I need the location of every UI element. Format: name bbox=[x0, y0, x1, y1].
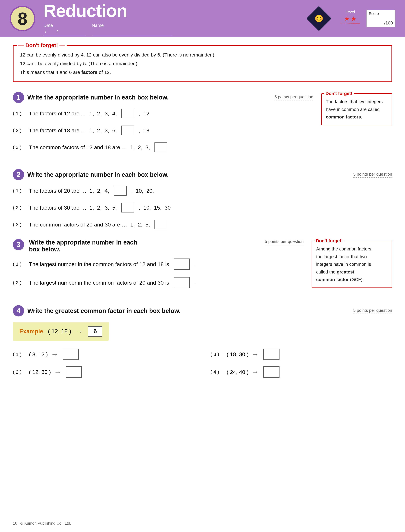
s4q1-answer-box[interactable] bbox=[63, 349, 79, 360]
section-4: 4 Write the greatest common factor in ea… bbox=[13, 305, 392, 378]
q2-answer-box[interactable] bbox=[121, 126, 134, 135]
example-pair: ( 12, 18 ) bbox=[48, 328, 71, 335]
section4-questions-grid: ( 1 ) ( 8, 12 ) → ( 3 ) ( 18, 30 ) → ( 2… bbox=[13, 349, 392, 378]
date-field-group: Date / / bbox=[43, 23, 85, 35]
section2-number: 2 bbox=[13, 169, 24, 180]
score-bottom: / 100 bbox=[369, 16, 393, 26]
example-answer: 6 bbox=[88, 326, 102, 337]
section3-header-row: 3 Write the appropriate number in each b… bbox=[13, 239, 304, 253]
section2-q1: ( 1 ) The factors of 20 are … 1, 2, 4, ,… bbox=[13, 186, 392, 196]
s4q2-answer-box[interactable] bbox=[66, 366, 82, 378]
q2-text: The factors of 18 are … 1, 2, 3, 6, bbox=[29, 126, 117, 135]
section3-title-sub: box below. bbox=[29, 246, 260, 253]
s3q1-answer-box[interactable] bbox=[174, 259, 190, 270]
section3-sidebar: Don't forget! Among the common factors, … bbox=[312, 241, 392, 288]
s4q2-row: ( 2 ) ( 12, 30 ) → bbox=[13, 366, 195, 378]
date-name-row: Date / / Name bbox=[43, 23, 304, 35]
section2-header: 2 Write the appropriate number in each b… bbox=[13, 169, 392, 180]
dont-forget-line2: 12 can't be evenly divided by 5. (There … bbox=[20, 59, 385, 68]
s4q4-row: ( 4 ) ( 24, 40 ) → bbox=[211, 366, 392, 378]
page-number: 16 bbox=[13, 521, 17, 525]
main-content: Don't forget! 12 can be evenly divided b… bbox=[0, 37, 405, 395]
footer: 16 © Kumon Publishing Co., Ltd. bbox=[13, 521, 71, 525]
section3-q2: ( 2 ) The largest number in the common f… bbox=[13, 277, 304, 288]
section-2: 2 Write the appropriate number in each b… bbox=[13, 169, 392, 229]
section3-sidebar-text: Among the common factors, the largest fa… bbox=[316, 245, 388, 283]
name-label: Name bbox=[92, 23, 172, 28]
section1-header: 1 Write the appropriate number in each b… bbox=[13, 92, 313, 103]
s4q3-pair: ( 18, 30 ) bbox=[227, 350, 249, 358]
section4-header: 4 Write the greatest common factor in ea… bbox=[13, 305, 392, 316]
q1-num: ( 1 ) bbox=[13, 111, 26, 116]
section1-sidebar-text: The factors that two integers have in co… bbox=[326, 98, 388, 121]
section1-sidebar-title: Don't forget! bbox=[324, 91, 354, 96]
section4-number: 4 bbox=[13, 305, 24, 316]
q2-num: ( 2 ) bbox=[13, 128, 26, 133]
star-1: ★ bbox=[344, 15, 350, 22]
s2q3-answer-box[interactable] bbox=[155, 220, 167, 229]
lesson-number: 8 bbox=[10, 6, 35, 31]
q1-text: The factors of 12 are … 1, 2, 3, 4, bbox=[29, 109, 117, 118]
score-denom: 100 bbox=[385, 20, 393, 26]
section1-q1: ( 1 ) The factors of 12 are … 1, 2, 3, 4… bbox=[13, 109, 313, 118]
section3-points: 5 points per question bbox=[265, 239, 304, 245]
section1-points: 5 points per question bbox=[275, 95, 313, 101]
level-box: Level ★ ★ bbox=[341, 10, 360, 23]
star-dots bbox=[341, 23, 360, 23]
section3-main: 3 Write the appropriate number in each b… bbox=[13, 239, 304, 295]
q3-num: ( 3 ) bbox=[13, 144, 26, 150]
section1-with-sidebar: 1 Write the appropriate number in each b… bbox=[13, 92, 392, 159]
q3-text: The common factors of 12 and 18 are … 1,… bbox=[29, 143, 150, 151]
s4q3-answer-box[interactable] bbox=[263, 349, 279, 360]
section2-points: 5 points per question bbox=[353, 172, 392, 178]
section3-title-main: Write the appropriate number in each bbox=[29, 239, 260, 246]
s4q2-pair: ( 12, 30 ) bbox=[29, 368, 51, 376]
section-1: 1 Write the appropriate number in each b… bbox=[13, 92, 392, 159]
section2-q2: ( 2 ) The factors of 30 are … 1, 2, 3, 5… bbox=[13, 203, 392, 212]
section4-points: 5 points per question bbox=[353, 308, 392, 314]
copyright: © Kumon Publishing Co., Ltd. bbox=[20, 521, 71, 525]
s4q3-row: ( 3 ) ( 18, 30 ) → bbox=[211, 349, 392, 360]
dont-forget-line3: This means that 4 and 6 are factors of 1… bbox=[20, 68, 385, 77]
example-label: Example bbox=[19, 328, 43, 335]
s4q1-num: ( 1 ) bbox=[13, 352, 26, 357]
section2-q3: ( 3 ) The common factors of 20 and 30 ar… bbox=[13, 220, 392, 229]
s4q2-num: ( 2 ) bbox=[13, 369, 26, 375]
name-field-group: Name bbox=[92, 23, 172, 35]
s2q1-answer-box[interactable] bbox=[114, 186, 127, 196]
section1-main: 1 Write the appropriate number in each b… bbox=[13, 92, 313, 159]
section3-titles: Write the appropriate number in each box… bbox=[29, 239, 260, 253]
section-3: 3 Write the appropriate number in each b… bbox=[13, 239, 392, 295]
example-arrow: → bbox=[76, 327, 83, 335]
level-score-area: Level ★ ★ Score / 100 bbox=[341, 10, 395, 27]
section4-title: Write the greatest common factor in each… bbox=[27, 307, 350, 314]
q1-answer-box[interactable] bbox=[121, 109, 134, 118]
s4q4-pair: ( 24, 40 ) bbox=[227, 368, 249, 376]
dont-forget-main-box: Don't forget! 12 can be evenly divided b… bbox=[13, 45, 392, 82]
name-input[interactable] bbox=[92, 29, 172, 35]
score-label: Score bbox=[369, 11, 393, 16]
page-title: Reduction bbox=[43, 2, 304, 20]
header: 8 Reduction Date / / Name 😊 Level ★ ★ bbox=[0, 0, 405, 37]
q3-answer-box[interactable] bbox=[155, 143, 167, 152]
section1-number: 1 bbox=[13, 92, 24, 103]
s3q2-answer-box[interactable] bbox=[174, 277, 190, 288]
mascot: 😊 bbox=[309, 8, 329, 29]
star-2: ★ bbox=[351, 15, 357, 22]
s4q4-num: ( 4 ) bbox=[211, 369, 223, 375]
section2-title: Write the appropriate number in each box… bbox=[27, 171, 350, 178]
dont-forget-main-text: 12 can be evenly divided by 4. 12 can al… bbox=[20, 51, 385, 77]
stars: ★ ★ bbox=[344, 15, 357, 22]
dont-forget-main-title: Don't forget! bbox=[17, 42, 67, 48]
section3-q1: ( 1 ) The largest number in the common f… bbox=[13, 259, 304, 270]
level-label: Level bbox=[346, 10, 355, 14]
section1-title: Write the appropriate number in each box… bbox=[27, 94, 271, 101]
section4-example: Example ( 12, 18 ) → 6 bbox=[13, 322, 109, 341]
score-box: Score / 100 bbox=[366, 10, 395, 27]
date-input[interactable]: / / bbox=[43, 29, 85, 35]
s4q4-answer-box[interactable] bbox=[263, 366, 279, 378]
s4q3-num: ( 3 ) bbox=[211, 352, 223, 357]
section1-sidebar: Don't forget! The factors that two integ… bbox=[321, 93, 392, 125]
dont-forget-line1: 12 can be evenly divided by 4. 12 can al… bbox=[20, 51, 385, 59]
s2q2-answer-box[interactable] bbox=[121, 203, 134, 212]
